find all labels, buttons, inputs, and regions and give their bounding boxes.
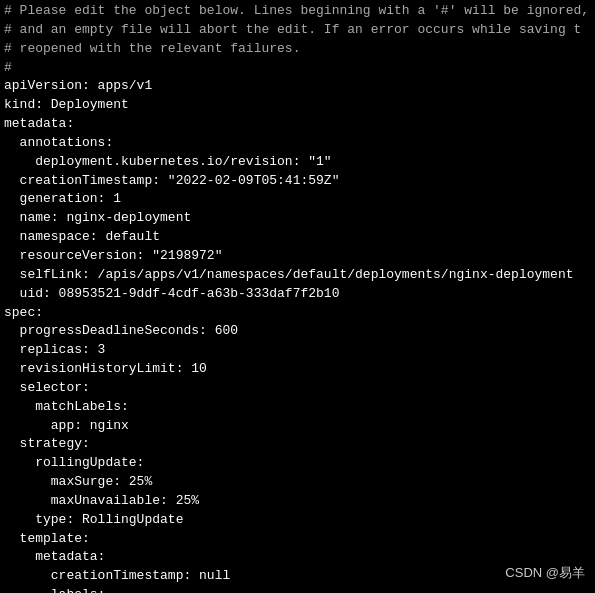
code-line: # Please edit the object below. Lines be… — [4, 2, 591, 21]
code-line: maxSurge: 25% — [4, 473, 591, 492]
code-line: name: nginx-deployment — [4, 209, 591, 228]
code-line: replicas: 3 — [4, 341, 591, 360]
code-line: resourceVersion: "2198972" — [4, 247, 591, 266]
code-line: # and an empty file will abort the edit.… — [4, 21, 591, 40]
code-line: kind: Deployment — [4, 96, 591, 115]
editor-container: # Please edit the object below. Lines be… — [0, 0, 595, 593]
code-line: labels: — [4, 586, 591, 593]
code-editor[interactable]: # Please edit the object below. Lines be… — [4, 2, 591, 593]
code-line: generation: 1 — [4, 190, 591, 209]
code-line: annotations: — [4, 134, 591, 153]
code-line: namespace: default — [4, 228, 591, 247]
code-line: type: RollingUpdate — [4, 511, 591, 530]
code-line: metadata: — [4, 548, 591, 567]
code-line: template: — [4, 530, 591, 549]
code-line: metadata: — [4, 115, 591, 134]
code-line: uid: 08953521-9ddf-4cdf-a63b-333daf7f2b1… — [4, 285, 591, 304]
code-line: creationTimestamp: null — [4, 567, 591, 586]
code-line: deployment.kubernetes.io/revision: "1" — [4, 153, 591, 172]
code-line: selector: — [4, 379, 591, 398]
watermark: CSDN @易羊 — [505, 564, 585, 583]
code-line: app: nginx — [4, 417, 591, 436]
code-line: # reopened with the relevant failures. — [4, 40, 591, 59]
code-line: maxUnavailable: 25% — [4, 492, 591, 511]
code-line: strategy: — [4, 435, 591, 454]
code-line: matchLabels: — [4, 398, 591, 417]
code-line: revisionHistoryLimit: 10 — [4, 360, 591, 379]
code-line: spec: — [4, 304, 591, 323]
code-line: selfLink: /apis/apps/v1/namespaces/defau… — [4, 266, 591, 285]
code-line: progressDeadlineSeconds: 600 — [4, 322, 591, 341]
code-line: # — [4, 59, 591, 78]
code-line: creationTimestamp: "2022-02-09T05:41:59Z… — [4, 172, 591, 191]
code-line: rollingUpdate: — [4, 454, 591, 473]
code-line: apiVersion: apps/v1 — [4, 77, 591, 96]
